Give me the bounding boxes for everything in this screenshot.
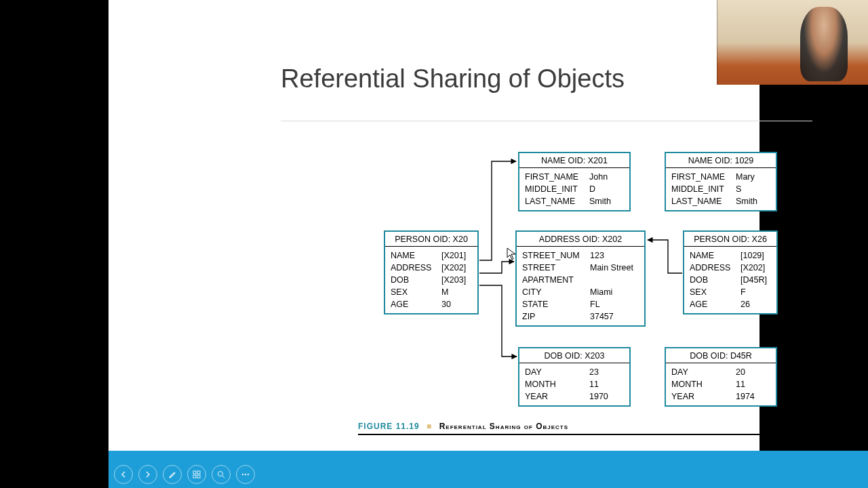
box-header: PERSON OID: X26: [684, 232, 776, 247]
field-value: 26: [741, 299, 771, 310]
field-value: Mary: [736, 171, 770, 182]
field-key: AGE: [391, 299, 441, 310]
slide-view-button[interactable]: [187, 465, 206, 484]
field-key: ZIP: [522, 311, 590, 322]
field-value: 123: [590, 250, 639, 261]
field-key: DAY: [525, 367, 589, 378]
field-value: Main Street: [590, 262, 639, 273]
ellipsis-icon: [241, 473, 250, 476]
magnifier-icon: [217, 470, 225, 479]
field-key: SEX: [690, 287, 741, 298]
box-name-1029: NAME OID: 1029 FIRST_NAMEMary MIDDLE_INI…: [665, 152, 777, 211]
grid-icon: [193, 470, 201, 479]
field-key: STATE: [522, 299, 590, 310]
figure-separator: ■: [427, 422, 432, 431]
svg-point-7: [245, 474, 246, 475]
chevron-right-icon: [144, 471, 151, 478]
field-value: [X201]: [441, 250, 472, 261]
box-header: DOB OID: D45R: [666, 348, 776, 363]
box-address-x202: ADDRESS OID: X202 STREET_NUM123 STREETMa…: [515, 230, 646, 327]
next-button[interactable]: [138, 465, 157, 484]
pen-button[interactable]: [163, 465, 182, 484]
title-rule: [281, 121, 812, 121]
box-dob-x203: DOB OID: X203 DAY23 MONTH11 YEAR1970: [518, 347, 631, 407]
field-value: [X202]: [741, 262, 771, 273]
slide: Referential Sharing of Objects NAME OID:…: [108, 0, 760, 488]
zoom-button[interactable]: [212, 465, 231, 484]
svg-rect-1: [197, 471, 200, 474]
field-key: NAME: [391, 250, 441, 261]
box-header: NAME OID: X201: [519, 153, 629, 168]
field-value: S: [736, 184, 770, 195]
box-header: ADDRESS OID: X202: [517, 232, 644, 247]
field-value: [X203]: [441, 274, 472, 285]
figure-number: FIGURE 11.19: [358, 422, 420, 431]
field-value: D: [589, 184, 624, 195]
svg-rect-3: [197, 475, 200, 478]
box-header: DOB OID: X203: [519, 348, 629, 363]
svg-point-6: [242, 474, 243, 475]
more-button[interactable]: [236, 465, 255, 484]
field-value: Miami: [590, 287, 639, 298]
box-header: NAME OID: 1029: [666, 153, 776, 168]
field-key: DAY: [671, 367, 736, 378]
svg-rect-2: [193, 475, 196, 478]
figure-title: Referential Sharing of Objects: [439, 422, 568, 431]
prev-button[interactable]: [114, 465, 133, 484]
field-key: SEX: [391, 287, 441, 298]
field-key: YEAR: [671, 391, 736, 402]
field-value: M: [441, 287, 472, 298]
field-value: [1029]: [741, 250, 771, 261]
field-value: 37457: [590, 311, 639, 322]
field-key: ADDRESS: [690, 262, 741, 273]
field-key: CITY: [522, 287, 590, 298]
svg-line-5: [222, 476, 224, 478]
field-value: [X202]: [441, 262, 472, 273]
field-key: MONTH: [671, 379, 736, 390]
field-value: Smith: [736, 196, 770, 207]
field-value: [590, 274, 639, 285]
field-key: MIDDLE_INIT: [525, 184, 589, 195]
field-value: FL: [590, 299, 639, 310]
field-key: STREET_NUM: [522, 250, 590, 261]
field-value: F: [741, 287, 771, 298]
slide-title: Referential Sharing of Objects: [281, 64, 625, 94]
webcam-overlay: [717, 0, 868, 85]
field-value: 1970: [589, 391, 624, 402]
field-value: Smith: [589, 196, 624, 207]
svg-point-8: [248, 474, 249, 475]
field-value: 11: [589, 379, 624, 390]
field-key: APARTMENT: [522, 274, 590, 285]
field-value: 11: [736, 379, 770, 390]
chevron-left-icon: [120, 471, 127, 478]
field-key: YEAR: [525, 391, 589, 402]
field-key: LAST_NAME: [671, 196, 736, 207]
box-person-x20: PERSON OID: X20 NAME[X201] ADDRESS[X202]…: [384, 230, 479, 314]
field-key: LAST_NAME: [525, 196, 589, 207]
field-key: FIRST_NAME: [525, 171, 589, 182]
field-key: DOB: [391, 274, 441, 285]
field-key: FIRST_NAME: [671, 171, 736, 182]
svg-rect-0: [193, 471, 196, 474]
field-key: AGE: [690, 299, 741, 310]
box-header: PERSON OID: X20: [385, 232, 477, 247]
field-key: NAME: [690, 250, 741, 261]
figure-caption: FIGURE 11.19 ■ Referential Sharing of Ob…: [358, 422, 816, 435]
presenter-toolbar: [108, 451, 868, 488]
field-value: 1974: [736, 391, 770, 402]
field-value: [D45R]: [741, 274, 771, 285]
box-name-x201: NAME OID: X201 FIRST_NAMEJohn MIDDLE_INI…: [518, 152, 631, 211]
svg-point-4: [218, 472, 223, 476]
box-dob-d45r: DOB OID: D45R DAY20 MONTH11 YEAR1974: [665, 347, 777, 407]
field-key: MONTH: [525, 379, 589, 390]
field-key: STREET: [522, 262, 590, 273]
field-value: 30: [441, 299, 472, 310]
pen-icon: [168, 470, 176, 479]
field-value: John: [589, 171, 624, 182]
field-key: ADDRESS: [391, 262, 441, 273]
box-person-x26: PERSON OID: X26 NAME[1029] ADDRESS[X202]…: [683, 230, 778, 314]
field-key: DOB: [690, 274, 741, 285]
field-value: 20: [736, 367, 770, 378]
field-key: MIDDLE_INIT: [671, 184, 736, 195]
field-value: 23: [589, 367, 624, 378]
